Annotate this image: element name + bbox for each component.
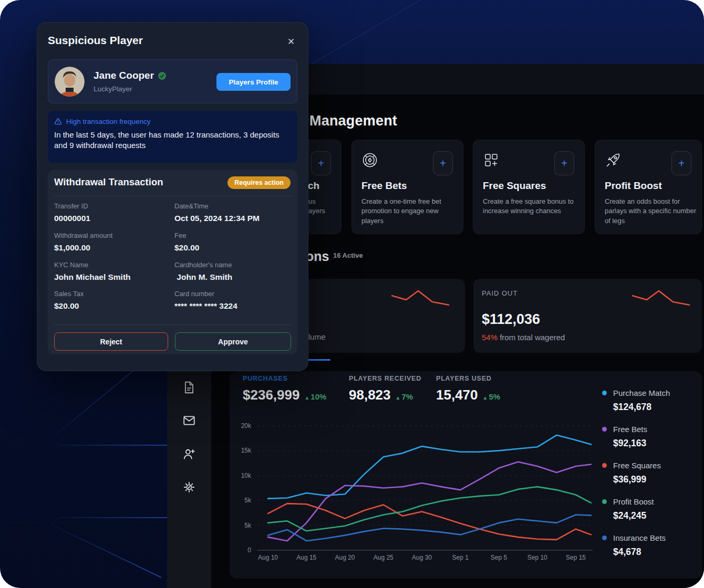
metric-delta: 10% xyxy=(310,392,326,401)
promo-desc-fragment: ayers xyxy=(308,207,325,215)
divider xyxy=(54,324,291,325)
field-label: Fee xyxy=(174,232,290,239)
arrow-up-icon: ▲ xyxy=(304,395,309,401)
poker-chip-icon xyxy=(361,152,378,169)
svg-text:Aug 20: Aug 20 xyxy=(335,554,355,561)
reject-button[interactable]: Reject xyxy=(54,332,168,351)
paid-out-value: $112,036 xyxy=(482,311,540,328)
warning-triangle-icon xyxy=(54,118,62,125)
field-value: John Michael Smith xyxy=(54,272,170,282)
stat-card-text-fragment: lume xyxy=(308,332,326,341)
paid-out-percent: 54% xyxy=(482,333,498,342)
field-label: Card number xyxy=(174,290,290,298)
promo-card-free-squares: + Free Squares Create a free square bonu… xyxy=(473,140,585,234)
players-profile-button[interactable]: Players Profile xyxy=(216,73,291,91)
field-value: **** **** **** 3224 xyxy=(174,301,290,311)
field-label: Withdrawal amount xyxy=(54,232,170,239)
legend-item-purchase-match: Purchase Match $124,678 xyxy=(602,388,702,413)
promo-card-title-fragment: ch xyxy=(308,180,319,192)
field-cardholder-name: Cardholder's name John M. Smith xyxy=(174,261,290,282)
legend-dot xyxy=(602,536,607,540)
svg-text:15k: 15k xyxy=(241,447,252,454)
documents-icon[interactable] xyxy=(179,377,200,398)
alert-body: In the last 5 days, the user has made 12… xyxy=(54,130,292,151)
svg-text:5k: 5k xyxy=(244,497,252,504)
rocket-icon xyxy=(605,152,622,169)
alert-title: High transaction frequency xyxy=(66,118,151,125)
svg-text:Aug 30: Aug 30 xyxy=(412,554,432,561)
legend-value: $92,163 xyxy=(613,438,702,449)
sparkline-red xyxy=(632,287,694,310)
legend-value: $124,678 xyxy=(613,402,702,413)
field-transfer-id: Transfer ID 00000001 xyxy=(54,202,170,223)
svg-text:20k: 20k xyxy=(241,422,252,429)
svg-text:Aug 10: Aug 10 xyxy=(258,554,278,561)
add-promo-button[interactable]: + xyxy=(433,151,453,175)
divider xyxy=(54,196,291,196)
promo-card-desc: Create a one-time free bet promotion to … xyxy=(361,197,457,226)
field-withdrawal-amount: Withdrawal amount $1,000.00 xyxy=(54,232,170,253)
svg-text:Sep 10: Sep 10 xyxy=(527,554,547,561)
legend-label: Purchase Match xyxy=(613,388,670,397)
legend-item-free-squares: Free Squares $36,999 xyxy=(602,461,702,485)
transaction-title: Withdrawal Transaction xyxy=(54,176,163,188)
active-count-badge: 16 Active xyxy=(333,251,363,259)
add-promo-button[interactable]: + xyxy=(671,151,691,175)
field-value: 00000001 xyxy=(54,214,170,223)
legend-value: $4,678 xyxy=(613,547,702,558)
legend-item-insurance-bets: Insurance Bets $4,678 xyxy=(602,533,702,558)
metric-label: PURCHASES xyxy=(243,375,326,382)
svg-text:Sep 1: Sep 1 xyxy=(452,554,469,561)
active-tab-underline xyxy=(307,359,330,361)
metric-tab-players-used[interactable]: PLAYERS USED 15,470 ▲5% xyxy=(436,375,500,403)
squares-plus-icon xyxy=(483,152,500,169)
legend-item-profit-boost: Profit Boost $24,245 xyxy=(602,497,702,521)
promo-card-desc: Create an odds boost for parlays with a … xyxy=(605,197,700,226)
withdrawal-transaction-card: Withdrawal Transaction Requires action T… xyxy=(48,170,297,354)
metric-value: 98,823 xyxy=(349,387,391,403)
add-promo-button[interactable]: + xyxy=(554,151,574,175)
page-title-fragment: Management xyxy=(309,113,397,129)
field-sales-tax: Sales Tax $20.00 xyxy=(54,290,170,311)
player-profile-card: Jane Cooper LuckyPlayer Players Profile xyxy=(48,59,297,103)
paid-out-label: PAID OUT xyxy=(482,289,517,297)
promo-desc-fragment: us xyxy=(308,197,316,205)
legend-label: Free Bets xyxy=(613,425,647,434)
approve-button[interactable]: Approve xyxy=(175,332,291,351)
field-value: Oct 05, 2024 12:34 PM xyxy=(174,214,290,223)
field-value: $20.00 xyxy=(174,243,290,253)
field-value: John M. Smith xyxy=(174,272,290,282)
player-handle: LuckyPlayer xyxy=(94,85,132,93)
modal-title: Suspicious Player xyxy=(48,34,143,47)
svg-text:10k: 10k xyxy=(241,472,252,479)
close-icon[interactable]: ✕ xyxy=(285,35,297,48)
legend-label: Free Squares xyxy=(613,461,661,470)
promo-card-title: Free Squares xyxy=(483,180,546,192)
metric-delta: 7% xyxy=(401,392,413,401)
settings-gear-icon[interactable] xyxy=(179,477,200,498)
svg-text:0: 0 xyxy=(247,547,251,554)
status-badge: Requires action xyxy=(227,176,291,189)
metric-delta: 5% xyxy=(489,392,500,401)
arrow-up-icon: ▲ xyxy=(483,395,488,401)
metric-tab-purchases[interactable]: PURCHASES $236,999 ▲10% xyxy=(243,375,326,403)
add-user-icon[interactable] xyxy=(179,444,200,465)
field-datetime: Date&Time Oct 05, 2024 12:34 PM xyxy=(174,202,290,223)
paid-out-subtext: from total wagered xyxy=(498,333,565,342)
add-promo-button[interactable]: + xyxy=(311,151,331,175)
legend-value: $36,999 xyxy=(613,474,702,485)
legend-dot xyxy=(602,391,607,395)
promo-card-title: Free Bets xyxy=(361,180,407,192)
legend-label: Insurance Bets xyxy=(613,533,666,542)
field-fee: Fee $20.00 xyxy=(174,232,290,253)
svg-text:Sep 15: Sep 15 xyxy=(566,554,586,561)
metric-tab-players-received[interactable]: PLAYERS RECEIVED 98,823 ▲7% xyxy=(349,375,421,403)
field-label: Sales Tax xyxy=(54,290,170,298)
mail-icon[interactable] xyxy=(179,410,200,431)
suspicious-player-modal: Suspicious Player ✕ Jane Cooper LuckyPla… xyxy=(37,22,308,371)
metric-label: PLAYERS USED xyxy=(436,375,500,382)
legend-label: Profit Boost xyxy=(613,497,654,506)
risk-alert: High transaction frequency In the last 5… xyxy=(48,111,297,163)
legend-dot xyxy=(602,463,607,468)
legend-value: $24,245 xyxy=(613,510,702,521)
